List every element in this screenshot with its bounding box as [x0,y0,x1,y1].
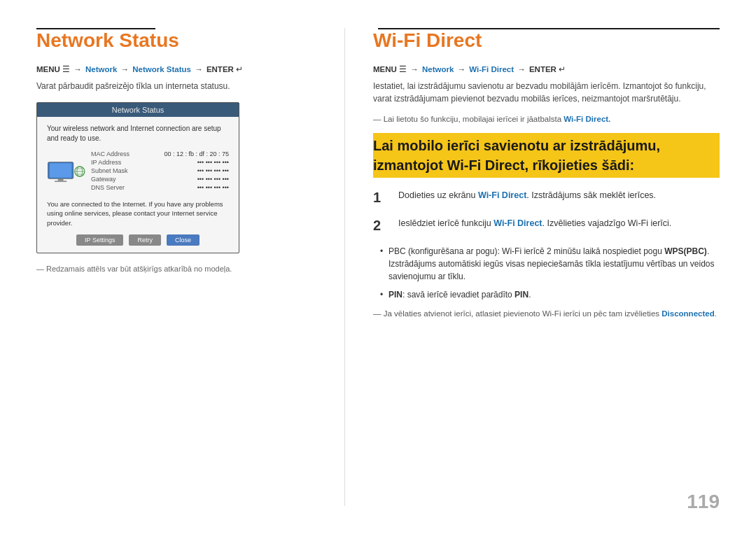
wifi-direct-heading: Lai mobilo ierīci savienotu ar izstrādāj… [373,133,720,178]
screenshot-buttons: IP Settings Retry Close [47,234,229,246]
wifidirect-note-highlight: Wi-Fi Direct. [564,115,610,123]
step-1: 1 Dodieties uz ekrānu Wi-Fi Direct. Izst… [373,189,720,206]
disconnected-highlight: Disconnected [662,309,714,318]
ip-settings-button[interactable]: IP Settings [76,234,123,246]
menu-wifidirect-path: Wi-Fi Direct [469,65,516,73]
retry-button[interactable]: Retry [129,234,161,246]
enter-icon-right: ↵ [559,65,566,73]
wifidirect-step1: Wi-Fi Direct [478,190,526,200]
step-2-number: 2 [373,217,393,234]
step-2: 2 Ieslēdziet ierīcē funkciju Wi-Fi Direc… [373,217,720,234]
right-description: Iestatiet, lai izstrādājumu savienotu ar… [373,80,720,105]
menu-network-left: Network [85,65,120,73]
step-1-text: Dodieties uz ekrānu Wi-Fi Direct. Izstrā… [398,189,656,202]
right-section-title: Wi-Fi Direct [373,29,720,52]
pin-label: PIN [388,290,402,300]
left-menu-path: MENU ☰ → Network → Network Status → ENTE… [36,64,316,74]
svg-rect-3 [55,181,66,182]
screenshot-msg2: You are connected to the Internet. If yo… [47,199,229,227]
right-menu-path: MENU ☰ → Network → Wi-Fi Direct → ENTER … [373,64,720,74]
screenshot-info-area: → MAC Address00 : 12 : fb : df : 20 : [47,150,229,192]
left-section-title: Network Status [36,29,316,52]
bullet-pbc: PBC (konfigurēšana ar pogu): Wi-Fi ierīc… [380,245,720,283]
bullet-pin: PIN: savā ierīcē ievadiet parādīto PIN. [380,288,720,301]
page-number: 119 [687,491,720,513]
left-note: Redzamais attēls var būt atšķirīgs atkar… [36,263,316,275]
screenshot-network-table: MAC Address00 : 12 : fb : df : 20 : 75 I… [91,150,229,192]
pin-value: PIN [514,290,528,300]
svg-rect-2 [58,178,64,181]
enter-icon-left: ↵ [236,65,243,73]
wps-pbc-highlight: WPS(PBC) [664,246,707,256]
screenshot-titlebar: Network Status [37,103,239,117]
menu-icon-left: ☰ [62,65,72,73]
menu-network-right: Network [422,65,456,73]
step-2-text: Ieslēdziet ierīcē funkciju Wi-Fi Direct.… [398,217,671,230]
divider-right [378,28,720,29]
right-column: Wi-Fi Direct MENU ☰ → Network → Wi-Fi Di… [344,28,720,506]
left-column: Network Status MENU ☰ → Network → Networ… [36,28,344,506]
bullet-list: PBC (konfigurēšana ar pogu): Wi-Fi ierīc… [373,245,720,301]
screenshot-content: Your wireless network and Internet conne… [37,117,239,253]
menu-networkstatus: Network Status [132,65,193,73]
screenshot-msg1: Your wireless network and Internet conne… [47,124,229,143]
divider-left [36,28,155,29]
wifidirect-step2: Wi-Fi Direct [493,218,542,228]
network-status-screenshot: Network Status Your wireless network and… [36,102,239,253]
menu-keyword-right: MENU [373,65,397,73]
menu-enter-left: ENTER [206,65,236,73]
svg-rect-1 [50,163,71,177]
step-list: 1 Dodieties uz ekrānu Wi-Fi Direct. Izst… [373,189,720,234]
left-description: Varat pārbaudit pašreizējo tīkla un inte… [36,80,316,92]
menu-enter-right: ENTER [529,65,559,73]
menu-keyword-left: MENU [36,65,60,73]
right-note-top: — Lai lietotu šo funkciju, mobilajai ier… [373,115,720,123]
right-note-bottom: — Ja vēlaties atvienot ierīci, atlasiet … [373,309,720,318]
tv-icon: → [47,157,85,185]
menu-icon-right: ☰ [399,65,409,73]
step-1-number: 1 [373,189,393,206]
close-button[interactable]: Close [167,234,200,246]
